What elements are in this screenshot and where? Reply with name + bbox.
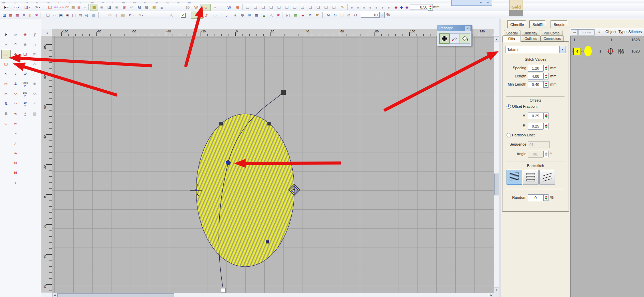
carving-stamp[interactable]: Ш: [105, 4, 113, 11]
ruler-origin-button[interactable]: ∷: [41, 29, 53, 36]
tab-chenille[interactable]: Chenille: [507, 20, 530, 28]
sequence-slot[interactable]: ❏: [291, 4, 299, 11]
applique-tool[interactable]: ◖: [11, 70, 20, 79]
3d-warp[interactable]: 3D: [184, 4, 192, 11]
cut-stitch-tool[interactable]: ✂: [1, 79, 11, 89]
cross-stitch[interactable]: ⊞: [120, 4, 128, 11]
flexi-split[interactable]: ❀: [98, 4, 106, 11]
show-artwork[interactable]: ❀: [275, 12, 282, 19]
closed-shape[interactable]: ○: [211, 12, 219, 19]
vertical-scroll-thumb[interactable]: [494, 174, 499, 195]
zoom-in[interactable]: ⊕: [345, 12, 352, 19]
overview-window[interactable]: ◱: [284, 12, 292, 19]
export-machine-file[interactable]: ◫: [70, 12, 77, 19]
min-length-spinner[interactable]: [543, 81, 548, 88]
tab-schiffli[interactable]: Schiffli: [529, 20, 549, 28]
liquid-effect[interactable]: ≈: [211, 4, 220, 11]
fusion-fill-tool[interactable]: ○: [201, 4, 211, 11]
open-recent-folder[interactable]: ✎: [338, 4, 347, 11]
stitch-to-outline[interactable]: W: [225, 4, 233, 11]
design-canvas[interactable]: [52, 36, 494, 293]
undo[interactable]: ↺▾: [126, 12, 136, 19]
travel-100-stitches[interactable]: 100⇄: [20, 89, 30, 99]
segment-run-tool[interactable]: ∕: [11, 139, 20, 148]
random-spinner[interactable]: [543, 194, 548, 201]
rotate-ellipse-tool[interactable]: ○: [1, 119, 11, 128]
open-design[interactable]: ▱: [51, 12, 58, 19]
zoom-out[interactable]: ⊖: [352, 12, 359, 19]
zoom-tool[interactable]: ⊚: [325, 12, 332, 19]
sequence-slot[interactable]: ❏: [322, 4, 330, 11]
filled-run-tool[interactable]: N: [11, 168, 20, 178]
zoom-level-input[interactable]: 100: [361, 12, 381, 18]
line-nodes-tool[interactable]: ∿: [11, 109, 20, 118]
zoom-1-1[interactable]: ⊙: [332, 12, 339, 19]
design-pattern-red-1[interactable]: ▦: [7, 12, 14, 19]
sequence-slot[interactable]: ❏: [330, 4, 338, 11]
offset-b-spinner[interactable]: [543, 123, 548, 129]
travel-1-stitch[interactable]: 1⇄: [20, 109, 30, 118]
auto-shape[interactable]: ●: [361, 4, 367, 11]
horizontal-scroll-thumb[interactable]: [57, 293, 174, 297]
arrow-run-tool[interactable]: »: [11, 129, 20, 138]
digitize-tool[interactable]: ✎▾: [32, 4, 43, 11]
cut[interactable]: ✂: [106, 12, 114, 19]
parallel-lines-tool[interactable]: ∥: [30, 30, 39, 39]
show-hoop[interactable]: ▦: [253, 12, 260, 19]
select-marquee[interactable]: ▯: [27, 12, 34, 19]
reshape-palette[interactable]: Reshape ✕: [437, 25, 472, 46]
partial-shape-tool[interactable]: ◳: [30, 50, 39, 59]
flower-disabled[interactable]: ❀: [30, 79, 39, 89]
triangle-fill[interactable]: ΛΛ: [128, 4, 136, 11]
reshape-object-button[interactable]: [439, 33, 450, 44]
open-run-tool[interactable]: N: [11, 159, 20, 168]
convert-grid[interactable]: ⊞: [233, 4, 242, 11]
design-pattern-red-2[interactable]: ▦: [14, 12, 21, 19]
sequence-slot[interactable]: ❏: [275, 4, 283, 11]
chevron-down-icon[interactable]: ▼: [559, 46, 566, 53]
stitch-effects[interactable]: ∥: [203, 12, 210, 19]
chain-stitch-tool[interactable]: ∞: [11, 119, 20, 128]
oval-fill-tool[interactable]: ○: [20, 60, 30, 69]
sequence-slot[interactable]: ❏: [298, 4, 307, 11]
sequence-slot[interactable]: ❏: [244, 4, 252, 11]
contour-stitch[interactable]: M: [135, 4, 143, 11]
auto-shape[interactable]: ●: [355, 4, 361, 11]
figures-disabled[interactable]: ΛΛ: [30, 89, 39, 99]
lettering-tool[interactable]: A: [11, 79, 20, 89]
color-chip-4[interactable]: 4: [573, 48, 581, 55]
scroll-right-button[interactable]: ▶: [489, 293, 494, 297]
complex-fill-tool[interactable]: ◡: [1, 50, 11, 59]
sequence-slot[interactable]: ❏: [267, 4, 275, 11]
fern-stamp[interactable]: ❀: [113, 4, 121, 11]
accordion-spacing[interactable]: ≡: [158, 4, 166, 11]
travel-10-stitches[interactable]: 10⇄: [20, 99, 30, 108]
wave-fill[interactable]: ≈: [82, 4, 88, 11]
texture-disabled[interactable]: ▨: [30, 109, 39, 118]
florentine-effect[interactable]: ❀: [20, 30, 30, 39]
auto-apply-checkbox[interactable]: ✓: [179, 12, 187, 19]
auto-shape[interactable]: ●: [367, 4, 374, 11]
backstitch-diagonal-button[interactable]: [539, 170, 555, 185]
fan-tool[interactable]: ⋒: [1, 109, 11, 118]
select-tool[interactable]: ➤▾: [1, 4, 11, 11]
locate-button[interactable]: Locate: [578, 29, 595, 35]
fill-stitch-types[interactable]: ❤: [191, 12, 203, 19]
arc-tool[interactable]: ∩: [30, 40, 39, 49]
sequence-list[interactable]: ≣: [299, 12, 307, 19]
select-object-tool[interactable]: ➤: [1, 30, 11, 39]
curve-nodes-tool[interactable]: ◠: [11, 99, 20, 108]
backstitch-borderline-button[interactable]: [523, 170, 539, 185]
collapse-panel-button[interactable]: »«: [571, 29, 578, 35]
overlap-purple[interactable]: ◆: [404, 4, 410, 11]
motif-fill[interactable]: ▦: [150, 4, 158, 11]
sequence-slot[interactable]: ❏: [306, 4, 314, 11]
spacing-input[interactable]: 1.20: [528, 65, 543, 72]
show-background[interactable]: ▲: [260, 12, 268, 19]
auto-shape[interactable]: ●: [349, 4, 355, 11]
zoom-level-dropdown[interactable]: ▼: [379, 12, 385, 18]
auto-shape[interactable]: ●: [385, 4, 392, 11]
sequence-slot[interactable]: ❏: [259, 4, 267, 11]
scroll-up-button[interactable]: ▲: [494, 36, 499, 42]
freehand-select-tool[interactable]: ➢: [1, 40, 11, 49]
